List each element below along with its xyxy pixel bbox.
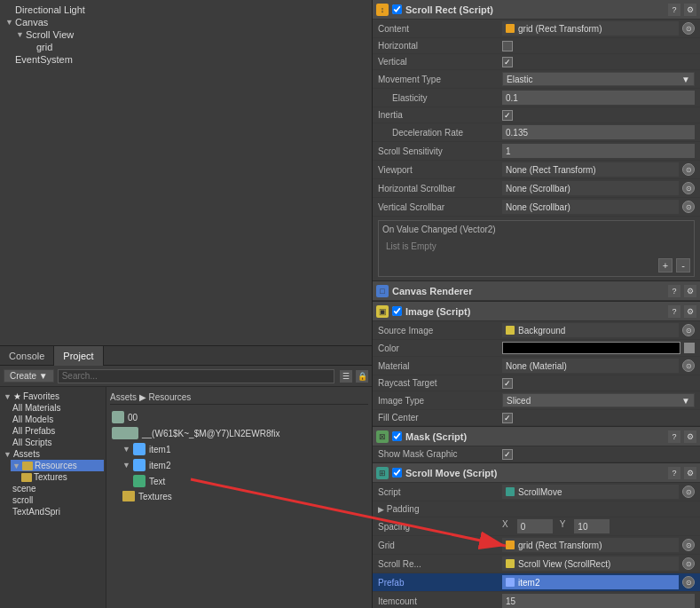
scroll-rect-header[interactable]: ↕ Scroll Rect (Script) ? ⚙ bbox=[373, 0, 700, 20]
layout-icon[interactable]: ☰ bbox=[340, 370, 352, 383]
project-search-input[interactable] bbox=[58, 369, 334, 383]
prop-label: Spacing bbox=[378, 522, 502, 532]
color-preview[interactable] bbox=[502, 342, 680, 354]
show-mask-graphic-checkbox[interactable] bbox=[502, 449, 513, 460]
content-ref[interactable]: grid (Rect Transform) bbox=[502, 21, 679, 36]
info-icon[interactable]: ? bbox=[668, 467, 680, 479]
color-picker-icon[interactable] bbox=[684, 343, 695, 353]
v-scrollbar-ref[interactable]: None (Scrollbar) bbox=[502, 200, 679, 214]
image-script-enabled-checkbox[interactable] bbox=[392, 306, 402, 316]
tree-item-all-materials[interactable]: All Materials bbox=[11, 402, 104, 414]
ref-picker-btn[interactable]: ⊙ bbox=[682, 324, 695, 336]
ref-picker-btn[interactable]: ⊙ bbox=[682, 163, 695, 176]
ref-picker-btn[interactable]: ⊙ bbox=[682, 576, 695, 588]
prop-image-type: Image Type Sliced ▼ bbox=[373, 391, 700, 410]
asset-item-00[interactable]: 00 bbox=[110, 410, 368, 424]
lock-icon[interactable]: 🔒 bbox=[356, 370, 368, 383]
hierarchy-item-eventsystem[interactable]: EventSystem bbox=[4, 53, 368, 66]
expand-icon: ▼ bbox=[4, 392, 12, 401]
hierarchy-item-directional-light[interactable]: Directional Light bbox=[4, 4, 368, 16]
asset-item-file[interactable]: __(W61$K~_$M@Y7)LN2EWR8fix bbox=[110, 426, 368, 440]
ref-picker-btn[interactable]: ⊙ bbox=[682, 182, 695, 194]
vertical-checkbox[interactable] bbox=[502, 57, 513, 67]
tree-item-all-scripts[interactable]: All Scripts bbox=[11, 437, 104, 448]
tree-item-assets[interactable]: ▼ Assets bbox=[2, 448, 104, 460]
image-script-component: ▣ Image (Script) ? ⚙ Source Image Backgr… bbox=[373, 302, 700, 427]
asset-item-item1[interactable]: ▼ item1 bbox=[121, 442, 368, 456]
info-icon[interactable]: ? bbox=[668, 285, 680, 297]
tree-item-textures[interactable]: Textures bbox=[20, 471, 104, 483]
inertia-checkbox[interactable] bbox=[502, 110, 513, 121]
image-script-header[interactable]: ▣ Image (Script) ? ⚙ bbox=[373, 302, 700, 321]
tree-item-scene[interactable]: scene bbox=[11, 483, 104, 494]
settings-icon[interactable]: ⚙ bbox=[684, 305, 696, 318]
itemcount-input[interactable] bbox=[502, 594, 695, 608]
scroll-sensitivity-input[interactable] bbox=[502, 144, 695, 158]
prop-grid: Grid grid (Rect Transform) ⊙ bbox=[373, 536, 700, 555]
horizontal-checkbox[interactable] bbox=[502, 41, 513, 51]
settings-icon[interactable]: ⚙ bbox=[684, 467, 696, 479]
tab-console[interactable]: Console bbox=[0, 346, 54, 366]
project-tree: ▼ ★ Favorites All Materials All Models A… bbox=[0, 387, 106, 608]
asset-item-text[interactable]: Text bbox=[131, 474, 368, 488]
create-button[interactable]: Create ▼ bbox=[4, 369, 54, 383]
tree-item-all-models[interactable]: All Models bbox=[11, 414, 104, 425]
expand-icon: ▶ bbox=[378, 505, 384, 514]
info-icon[interactable]: ? bbox=[668, 305, 680, 318]
ref-picker-btn[interactable]: ⊙ bbox=[682, 359, 695, 372]
xy-row: X Y bbox=[502, 519, 695, 533]
deceleration-input[interactable] bbox=[502, 125, 695, 139]
fill-center-checkbox[interactable] bbox=[502, 413, 513, 423]
ref-text: grid (Rect Transform) bbox=[518, 541, 602, 550]
prop-horizontal-scrollbar: Horizontal Scrollbar None (Scrollbar) ⊙ bbox=[373, 179, 700, 198]
info-icon[interactable]: ? bbox=[668, 430, 680, 443]
hierarchy-item-canvas[interactable]: ▼ Canvas bbox=[4, 16, 368, 28]
ref-picker-btn[interactable]: ⊙ bbox=[682, 201, 695, 213]
h-scrollbar-ref[interactable]: None (Scrollbar) bbox=[502, 181, 679, 195]
movement-type-dropdown[interactable]: Elastic ▼ bbox=[502, 72, 695, 86]
hierarchy-item-scrollview[interactable]: ▼ Scroll View bbox=[14, 28, 368, 41]
scroll-rect-enabled-checkbox[interactable] bbox=[392, 4, 402, 14]
raycast-target-checkbox[interactable] bbox=[502, 378, 513, 389]
viewport-ref[interactable]: None (Rect Transform) bbox=[502, 162, 679, 177]
ref-picker-btn[interactable]: ⊙ bbox=[682, 22, 695, 35]
mask-script-header[interactable]: ⊠ Mask (Script) ? ⚙ bbox=[373, 427, 700, 446]
settings-icon[interactable]: ⚙ bbox=[684, 285, 696, 297]
source-image-ref[interactable]: Background bbox=[502, 323, 679, 337]
info-icon[interactable]: ? bbox=[668, 4, 680, 16]
breadcrumb: Assets ▶ Resources bbox=[110, 391, 368, 405]
prop-vertical-scrollbar: Vertical Scrollbar None (Scrollbar) ⊙ bbox=[373, 198, 700, 217]
spacing-y-input[interactable] bbox=[574, 519, 610, 533]
script-ref[interactable]: ScrollMove bbox=[502, 485, 679, 499]
asset-item-textures[interactable]: Textures bbox=[121, 490, 368, 502]
expand-icon: ▼ bbox=[5, 18, 12, 27]
ref-picker-btn[interactable]: ⊙ bbox=[682, 486, 695, 498]
tree-item-textandspri[interactable]: TextAndSpri bbox=[11, 506, 104, 517]
scroll-rect-ref[interactable]: Scroll View (ScrollRect) bbox=[502, 557, 679, 571]
grid-ref[interactable]: grid (Rect Transform) bbox=[502, 538, 679, 552]
tab-project[interactable]: Project bbox=[54, 346, 103, 366]
spacing-x-input[interactable] bbox=[517, 519, 553, 533]
tree-item-resources[interactable]: ▼ Resources bbox=[11, 460, 104, 471]
canvas-renderer-header[interactable]: □ Canvas Renderer ? ⚙ bbox=[373, 281, 700, 301]
settings-icon[interactable]: ⚙ bbox=[684, 4, 696, 16]
tab-bar: Console Project bbox=[0, 346, 372, 366]
add-event-btn[interactable]: + bbox=[658, 258, 672, 272]
scroll-move-enabled-checkbox[interactable] bbox=[392, 468, 402, 478]
material-ref[interactable]: None (Material) bbox=[502, 359, 679, 373]
scroll-move-header[interactable]: ⊞ Scroll Move (Script) ? ⚙ bbox=[373, 463, 700, 483]
hierarchy-item-grid[interactable]: grid bbox=[25, 41, 368, 53]
image-type-dropdown[interactable]: Sliced ▼ bbox=[502, 393, 695, 407]
tree-item-scroll[interactable]: scroll bbox=[11, 494, 104, 506]
asset-item-item2[interactable]: ▼ item2 bbox=[121, 458, 368, 472]
tree-item-favorites[interactable]: ▼ ★ Favorites bbox=[2, 391, 104, 402]
settings-icon[interactable]: ⚙ bbox=[684, 430, 696, 443]
remove-event-btn[interactable]: - bbox=[676, 258, 690, 272]
tree-item-all-prefabs[interactable]: All Prefabs bbox=[11, 425, 104, 437]
ref-picker-btn[interactable]: ⊙ bbox=[682, 539, 695, 551]
tree-label: TextAndSpri bbox=[12, 507, 60, 517]
ref-picker-btn[interactable]: ⊙ bbox=[682, 557, 695, 570]
elasticity-input[interactable] bbox=[502, 91, 695, 105]
mask-script-enabled-checkbox[interactable] bbox=[392, 431, 402, 441]
prefab-ref[interactable]: item2 bbox=[502, 575, 679, 589]
